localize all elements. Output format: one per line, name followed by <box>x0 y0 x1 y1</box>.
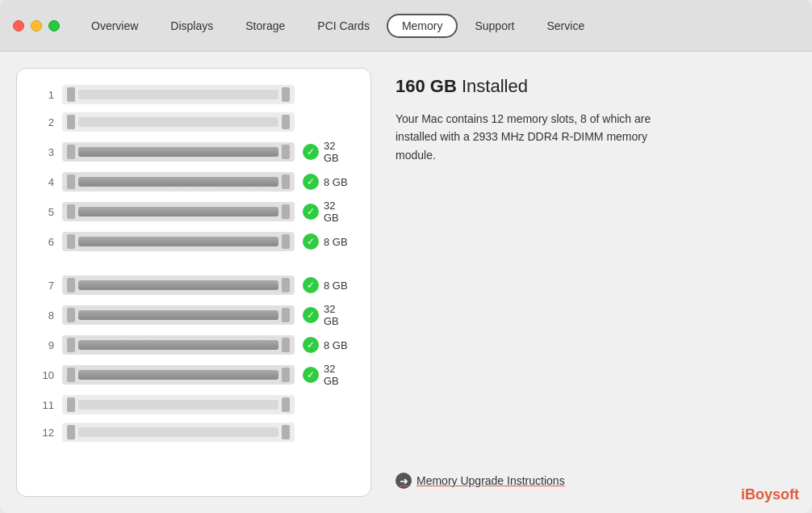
slot-bar <box>62 335 295 355</box>
slot-size: 32 GB <box>324 140 351 164</box>
slot-row: 9 ✓ 8 GB <box>36 335 351 355</box>
check-icon: ✓ <box>303 277 319 293</box>
slot-cap-left <box>67 308 75 322</box>
slot-status: ✓ 8 GB <box>303 233 351 250</box>
memory-slots-panel: 1 2 3 <box>16 68 371 497</box>
slot-cap-right <box>282 425 290 439</box>
upgrade-instructions-link[interactable]: ➜ Memory Upgrade Instructions <box>396 456 796 489</box>
slot-cap-left <box>67 145 75 159</box>
slot-size: 8 GB <box>324 339 348 351</box>
slot-cap-left <box>67 115 75 129</box>
slot-fill <box>78 427 278 437</box>
info-panel: 160 GB Installed Your Mac contains 12 me… <box>396 68 796 497</box>
slot-bar <box>62 112 295 132</box>
slot-size: 8 GB <box>324 280 348 292</box>
arrow-circle-icon: ➜ <box>396 473 412 489</box>
titlebar: Overview Displays Storage PCI Cards Memo… <box>0 0 812 52</box>
slot-fill <box>78 117 278 127</box>
slot-fill <box>78 177 278 187</box>
slot-cap-left <box>67 338 75 352</box>
slot-status: ✓ 8 GB <box>303 174 351 190</box>
slot-bar <box>62 172 295 191</box>
slot-number: 8 <box>36 309 54 322</box>
slot-row: 10 ✓ 32 GB <box>36 363 351 387</box>
memory-capacity: 160 GB <box>396 76 457 96</box>
slot-cap-right <box>282 308 290 322</box>
slot-cap-left <box>67 87 75 102</box>
slot-size: 32 GB <box>324 303 351 327</box>
slot-number: 9 <box>36 339 54 351</box>
slot-row: 1 <box>36 85 351 104</box>
slot-status: ✓ 32 GB <box>303 303 351 327</box>
slot-fill <box>78 237 278 246</box>
check-icon: ✓ <box>303 307 319 323</box>
slot-fill <box>78 90 278 99</box>
slot-status: ✓ 32 GB <box>303 140 351 164</box>
slot-bar <box>62 232 295 251</box>
slot-size: 32 GB <box>324 363 351 387</box>
slot-row: 5 ✓ 32 GB <box>36 200 351 224</box>
slot-number: 12 <box>36 427 54 439</box>
slot-cap-right <box>282 87 290 102</box>
slot-row: 2 <box>36 112 351 132</box>
slot-cap-left <box>67 397 75 412</box>
slot-number: 6 <box>36 236 54 248</box>
tab-support[interactable]: Support <box>459 14 529 38</box>
slot-bar <box>62 305 295 325</box>
traffic-lights <box>13 20 60 32</box>
slot-row: 8 ✓ 32 GB <box>36 303 351 327</box>
check-icon: ✓ <box>303 204 319 220</box>
slot-bar <box>62 423 295 442</box>
slot-cap-right <box>282 368 290 382</box>
slot-bar <box>62 85 295 104</box>
slot-fill <box>78 280 278 290</box>
slot-status: ✓ 8 GB <box>303 277 351 293</box>
slot-fill <box>78 340 278 350</box>
slot-fill <box>78 207 278 217</box>
slot-cap-left <box>67 368 75 382</box>
slot-fill <box>78 370 278 380</box>
memory-installed-title: 160 GB Installed <box>396 76 796 97</box>
check-icon: ✓ <box>303 174 319 190</box>
slot-cap-right <box>282 397 290 412</box>
slot-bar <box>62 275 295 295</box>
slot-cap-left <box>67 234 75 249</box>
slot-row: 12 <box>36 423 351 442</box>
slot-bar <box>62 142 295 162</box>
minimize-button[interactable] <box>31 20 42 32</box>
close-button[interactable] <box>13 20 24 32</box>
tab-pci-cards[interactable]: PCI Cards <box>302 14 385 38</box>
iboysoft-logo: iBoysoft <box>741 486 799 503</box>
tab-displays[interactable]: Displays <box>155 14 228 38</box>
slot-status: ✓ 32 GB <box>303 363 351 387</box>
slot-status: ✓ 8 GB <box>303 337 351 353</box>
slot-cap-left <box>67 278 75 292</box>
brand-text: Boysoft <box>745 486 799 502</box>
slot-fill <box>78 400 278 410</box>
slot-number: 11 <box>36 399 54 411</box>
slot-size: 8 GB <box>324 176 348 188</box>
main-content: 1 2 3 <box>0 52 812 513</box>
memory-installed-label: Installed <box>462 76 528 96</box>
tab-overview[interactable]: Overview <box>76 14 153 38</box>
maximize-button[interactable] <box>48 20 60 32</box>
slot-cap-left <box>67 204 75 219</box>
tab-memory[interactable]: Memory <box>387 14 458 38</box>
tab-service[interactable]: Service <box>532 14 601 38</box>
slot-row: 4 ✓ 8 GB <box>36 172 351 191</box>
slot-row: 11 <box>36 395 351 414</box>
slot-cap-right <box>282 115 290 129</box>
slot-cap-right <box>282 204 290 219</box>
slot-number: 3 <box>36 146 54 158</box>
slot-fill <box>78 310 278 320</box>
slot-cap-right <box>282 278 290 292</box>
slot-number: 5 <box>36 206 54 218</box>
slot-fill <box>78 147 278 157</box>
slot-cap-right <box>282 338 290 352</box>
upgrade-link-label: Memory Upgrade Instructions <box>416 474 565 487</box>
tab-storage[interactable]: Storage <box>230 14 300 38</box>
slot-size: 32 GB <box>324 200 351 224</box>
slot-cap-left <box>67 175 75 189</box>
check-icon: ✓ <box>303 337 319 353</box>
slot-status: ✓ 32 GB <box>303 200 351 224</box>
